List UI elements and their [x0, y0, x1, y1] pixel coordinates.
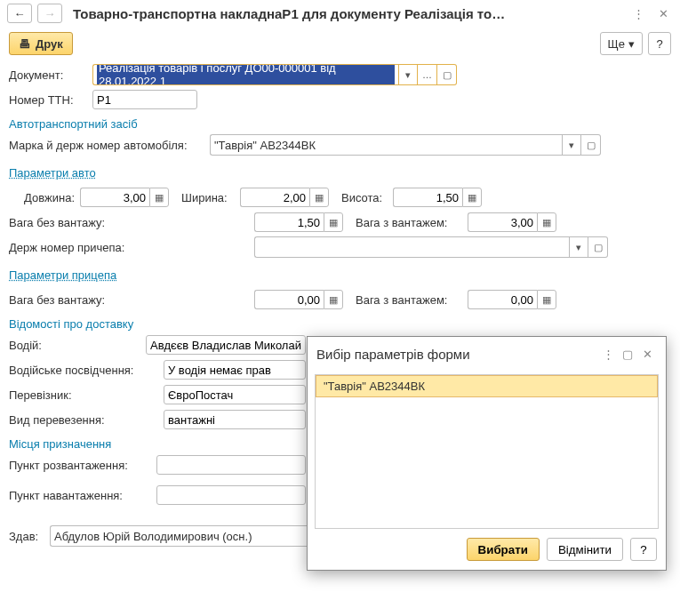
- popup-select-params: Вибір параметрів форми ⋮ ▢ ✕ "Таврія" АВ…: [307, 336, 667, 571]
- link-trailer-params[interactable]: Параметри прицепа: [9, 268, 116, 282]
- print-label: Друк: [36, 37, 63, 51]
- load-input[interactable]: [156, 485, 306, 505]
- calculator-icon[interactable]: ▦: [537, 212, 556, 232]
- calculator-icon[interactable]: ▦: [149, 188, 169, 207]
- window-title: Товарно-транспортна накладнаР1 для докум…: [73, 6, 623, 21]
- width-field[interactable]: [240, 188, 309, 207]
- popup-list-item[interactable]: "Таврія" АВ2344ВК: [316, 375, 658, 397]
- kebab-menu-icon[interactable]: ⋮: [598, 344, 618, 364]
- issuer-label: Здав:: [9, 530, 44, 543]
- forward-button[interactable]: →: [37, 4, 62, 23]
- width-input[interactable]: ▦: [240, 188, 329, 207]
- popup-help-button[interactable]: ?: [630, 538, 657, 561]
- trailer-plate-field[interactable]: [254, 236, 569, 258]
- weight-loaded-field[interactable]: [468, 212, 537, 232]
- trailer-plate-combo[interactable]: ▾ ▢: [254, 236, 608, 258]
- maximize-icon[interactable]: ▢: [618, 344, 637, 364]
- print-button[interactable]: 🖶 Друк: [9, 32, 73, 55]
- brand-value: "Таврія" АВ2344ВК: [214, 139, 316, 152]
- back-button[interactable]: ←: [7, 4, 32, 23]
- open-icon[interactable]: ▢: [437, 64, 457, 85]
- calculator-icon[interactable]: ▦: [324, 290, 343, 309]
- trailer-weight-loaded-input[interactable]: ▦: [468, 290, 556, 309]
- trailer-weight-empty-field[interactable]: [254, 290, 324, 309]
- unload-label: Пункт розвантаження:: [9, 459, 151, 472]
- help-button[interactable]: ?: [648, 32, 671, 55]
- brand-combo[interactable]: "Таврія" АВ2344ВК ▾ ▢: [210, 134, 601, 156]
- popup-titlebar: Вибір параметрів форми ⋮ ▢ ✕: [308, 337, 666, 371]
- link-auto-params[interactable]: Параметри авто: [9, 166, 96, 180]
- document-value: Реалізація товарів і послуг ДО00-000001 …: [97, 64, 395, 85]
- select-label: Вибрати: [478, 543, 528, 556]
- load-label: Пункт навантаження:: [9, 489, 151, 502]
- open-icon[interactable]: ▢: [581, 134, 601, 156]
- weight-empty-input[interactable]: ▦: [254, 212, 343, 232]
- length-field[interactable]: [80, 188, 149, 207]
- titlebar: ← → Товарно-транспортна накладнаР1 для д…: [0, 0, 680, 27]
- trailer-weight-loaded-label: Вага з вантажем:: [356, 293, 462, 307]
- select-button[interactable]: Вибрати: [467, 538, 540, 561]
- cancel-label: Відмінити: [558, 543, 612, 556]
- weight-loaded-label: Вага з вантажем:: [356, 216, 462, 229]
- driver-input[interactable]: [146, 335, 306, 355]
- transport-type-label: Вид перевезення:: [9, 413, 158, 427]
- carrier-label: Перевізник:: [9, 388, 158, 402]
- toolbar: 🖶 Друк Ще ▾ ?: [0, 27, 680, 60]
- width-label: Ширина:: [181, 191, 235, 204]
- trailer-weight-empty-label: Вага без вантажу:: [9, 293, 124, 307]
- chevron-down-icon: ▾: [628, 37, 635, 51]
- height-label: Висота:: [341, 191, 388, 204]
- height-input[interactable]: ▦: [393, 188, 482, 207]
- section-auto: Автотранспортний засіб: [9, 117, 671, 131]
- transport-type-input[interactable]: [164, 410, 306, 429]
- brand-label: Марка й держ номер автомобіля:: [9, 139, 204, 152]
- printer-icon: 🖶: [19, 37, 30, 51]
- weight-empty-field[interactable]: [254, 212, 324, 232]
- brand-field[interactable]: "Таврія" АВ2344ВК: [210, 134, 562, 156]
- help-label: ?: [656, 37, 662, 51]
- more-button[interactable]: Ще ▾: [600, 32, 643, 55]
- document-label: Документ:: [9, 68, 87, 82]
- dropdown-icon[interactable]: ▾: [398, 64, 418, 85]
- section-delivery: Відомості про доставку: [9, 317, 671, 331]
- dropdown-icon[interactable]: ▾: [569, 236, 588, 258]
- open-icon[interactable]: ▢: [588, 236, 608, 258]
- popup-footer: Вибрати Відмінити ?: [308, 532, 666, 566]
- ttn-label: Номер ТТН:: [9, 93, 87, 107]
- weight-empty-label: Вага без вантажу:: [9, 216, 124, 229]
- close-icon[interactable]: ✕: [653, 4, 673, 23]
- calculator-icon[interactable]: ▦: [537, 290, 556, 309]
- document-combo[interactable]: Реалізація товарів і послуг ДО00-000001 …: [92, 64, 457, 85]
- license-input[interactable]: [164, 360, 306, 380]
- help-label: ?: [640, 543, 646, 556]
- calculator-icon[interactable]: ▦: [462, 188, 482, 207]
- kebab-menu-icon[interactable]: ⋮: [628, 4, 648, 23]
- trailer-weight-empty-input[interactable]: ▦: [254, 290, 343, 309]
- issuer-value: Абдулов Юрій Володимирович (осн.): [54, 530, 252, 543]
- trailer-weight-loaded-field[interactable]: [468, 290, 537, 309]
- more-label: Ще: [608, 37, 625, 51]
- popup-list[interactable]: "Таврія" АВ2344ВК: [315, 374, 659, 529]
- dropdown-icon[interactable]: ▾: [562, 134, 581, 156]
- height-field[interactable]: [393, 188, 462, 207]
- ttn-input[interactable]: [92, 90, 197, 109]
- length-input[interactable]: ▦: [80, 188, 169, 207]
- carrier-input[interactable]: [164, 385, 306, 404]
- popup-title: Вибір параметрів форми: [316, 347, 598, 362]
- popup-item-label: "Таврія" АВ2344ВК: [324, 380, 425, 393]
- unload-input[interactable]: [156, 455, 306, 475]
- close-icon[interactable]: ✕: [637, 344, 657, 364]
- trailer-plate-label: Держ номер причепа:: [9, 241, 142, 254]
- length-label: Довжина:: [9, 191, 75, 204]
- document-field[interactable]: Реалізація товарів і послуг ДО00-000001 …: [92, 64, 398, 85]
- calculator-icon[interactable]: ▦: [324, 212, 343, 232]
- driver-label: Водій:: [9, 339, 140, 352]
- ellipsis-icon[interactable]: …: [418, 64, 437, 85]
- weight-loaded-input[interactable]: ▦: [468, 212, 556, 232]
- calculator-icon[interactable]: ▦: [309, 188, 329, 207]
- cancel-button[interactable]: Відмінити: [547, 538, 623, 561]
- license-label: Водійське посвідчення:: [9, 364, 158, 377]
